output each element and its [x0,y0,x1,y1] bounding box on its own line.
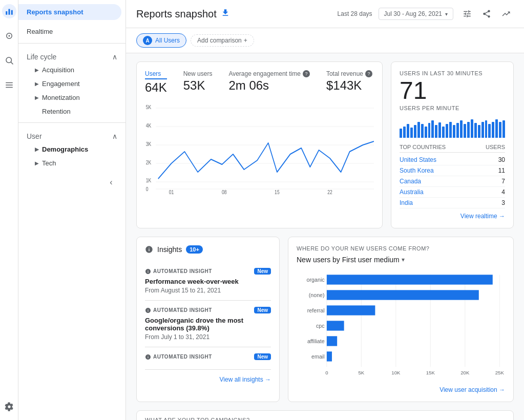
mini-bar-item [400,129,402,138]
chevron-right-icon: ▶ [35,95,39,100]
mini-bar-item [492,122,494,138]
svg-text:5K: 5K [146,104,152,110]
view-all-insights-link[interactable]: View all insights → [145,376,271,383]
header-right: Last 28 days Jul 30 - Aug 26, 2021 ▾ [338,6,514,22]
dropdown-icon[interactable]: ▾ [402,256,405,263]
mini-bar-item [403,127,406,138]
total-revenue-metric: Total revenue ? $143K [326,70,372,95]
svg-text:15K: 15K [426,370,435,375]
search-nav-icon[interactable] [2,53,16,68]
svg-text:25K: 25K [495,370,505,375]
insight-tag: AUTOMATED INSIGHT [145,354,212,360]
country-name[interactable]: South Korea [400,167,434,174]
svg-text:referral: referral [307,307,325,313]
avg-engagement-value: 2m 06s [228,78,310,93]
collapse-sidebar-button[interactable]: ‹ [105,176,117,188]
mini-bar-item [488,124,491,138]
svg-text:5K: 5K [358,370,364,375]
mini-bar-item [453,125,455,138]
svg-text:08: 08 [222,190,227,195]
svg-line-6 [11,62,13,64]
svg-rect-1 [8,9,10,15]
mini-bar-chart [400,117,505,138]
country-name[interactable]: Australia [400,188,424,196]
compare-icon[interactable] [498,6,514,22]
sidebar-item-engagement[interactable]: ▶ Engagement [18,77,125,91]
view-acquisition-link[interactable]: View user acquisition → [297,386,505,393]
sidebar-section-lifecycle[interactable]: Life cycle ∧ [18,48,125,63]
sidebar-item-acquisition[interactable]: ▶ Acquisition [18,63,125,77]
add-icon: + [244,37,247,44]
insight-item: AUTOMATED INSIGHT New [145,347,271,370]
new-badge: New [254,268,271,275]
metrics-row: Users 64K New users 53K Average engageme… [145,70,374,95]
mini-bar-item [478,125,480,138]
country-row: Australia4 [400,187,505,198]
chevron-right-icon: ▶ [35,160,39,166]
user-avatar: A [143,36,152,45]
sidebar-item-reports-snapshot[interactable]: Reports snapshot [18,4,121,20]
svg-text:01: 01 [169,190,174,195]
svg-text:Aug: Aug [167,195,175,195]
svg-text:organic: organic [307,277,325,283]
analytics-nav-icon[interactable] [2,4,16,18]
help-icon: ? [303,70,310,77]
insights-card: Insights 10+ AUTOMATED INSIGHT New Perfo… [136,237,280,402]
new-badge: New [254,307,271,313]
home-nav-icon[interactable] [2,29,16,43]
avg-engagement-metric: Average engagement time ? 2m 06s [228,70,310,95]
sidebar-item-realtime[interactable]: Realtime [18,24,125,39]
all-users-filter[interactable]: A All Users [136,33,186,48]
customize-icon[interactable] [459,6,475,22]
insights-title: Insights [157,245,182,254]
country-users: 11 [498,167,505,174]
settings-nav-icon[interactable] [2,400,16,414]
new-users-chart-title: New users by First user medium ▾ [297,256,505,264]
svg-rect-9 [6,87,13,88]
header-actions [459,6,514,22]
mini-bar-item [471,119,473,138]
top-row: Users 64K New users 53K Average engageme… [136,61,514,228]
mini-bar-item [435,125,437,138]
mini-bar-item [425,127,427,138]
add-comparison-button[interactable]: Add comparison + [191,34,254,47]
share-icon[interactable] [479,6,494,22]
mini-bar-item [502,120,505,138]
country-users: 4 [501,188,505,196]
country-name[interactable]: United States [400,156,436,163]
new-users-label: New users [183,70,213,77]
metrics-card: Users 64K New users 53K Average engageme… [136,61,383,228]
svg-rect-0 [6,11,7,15]
bar-item [327,290,479,300]
sidebar-section-user[interactable]: User ∧ [18,127,125,142]
mini-bar-item [464,124,466,138]
campaigns-label: WHAT ARE YOUR TOP CAMPAIGNS? [145,417,505,420]
country-row: India3 [400,198,505,208]
country-name[interactable]: Canada [400,178,421,185]
new-users-card: WHERE DO YOUR NEW USERS COME FROM? New u… [288,237,514,402]
bar-item [327,336,337,346]
insight-tag: AUTOMATED INSIGHT [145,268,212,275]
export-icon[interactable] [221,8,230,19]
country-row: United States30 [400,155,505,165]
sidebar-item-monetization[interactable]: ▶ Monetization [18,91,125,104]
country-name[interactable]: India [400,199,413,206]
view-realtime-link[interactable]: View realtime → [400,213,505,220]
new-badge: New [254,353,271,360]
date-range-picker[interactable]: Jul 30 - Aug 26, 2021 ▾ [379,8,453,20]
insight-title: Google/organic drove the most conversion… [145,317,271,332]
sidebar-item-tech[interactable]: ▶ Tech [18,156,125,170]
svg-rect-2 [11,10,12,15]
sidebar-item-demographics[interactable]: ▶ Demographics [18,142,125,156]
svg-text:20K: 20K [460,370,470,375]
svg-rect-8 [6,85,13,86]
sidebar-item-retention[interactable]: Retention [18,104,125,118]
menu-nav-icon[interactable] [2,78,16,92]
mini-bar-item [499,122,501,138]
mini-bar-item [442,127,445,138]
mini-bar-item [428,123,431,138]
svg-text:22: 22 [327,190,332,195]
mini-bar-item [410,128,413,138]
mini-bar-item [495,119,498,138]
mini-bar-item [438,122,441,138]
